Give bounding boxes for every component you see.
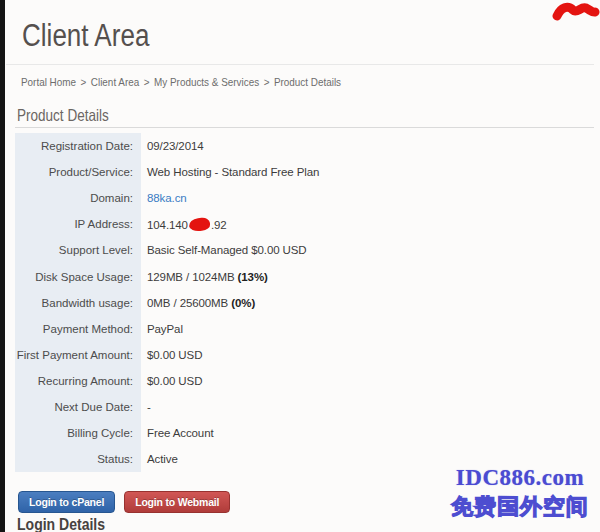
breadcrumb-item[interactable]: Client Area — [91, 76, 139, 88]
detail-value-bold: (0%) — [231, 297, 255, 309]
detail-row: Payment Method:PayPal — [15, 316, 585, 342]
detail-value: Active — [141, 453, 178, 465]
detail-label: Disk Space Usage: — [15, 263, 141, 289]
page-title: Client Area — [22, 18, 149, 54]
login-webmail-button[interactable]: Login to Webmail — [124, 491, 230, 513]
detail-value: 0MB / 25600MB (0%) — [141, 297, 255, 309]
detail-row: First Payment Amount:$0.00 USD — [15, 342, 585, 368]
action-buttons: Login to cPanel Login to Webmail — [18, 491, 230, 513]
detail-row: Next Due Date:- — [15, 394, 585, 420]
detail-value-bold: (13%) — [238, 271, 268, 283]
detail-label: Billing Cycle: — [15, 420, 141, 446]
ip-redaction-scribble — [188, 217, 210, 232]
detail-label: Registration Date: — [15, 133, 141, 159]
detail-value: Free Account — [141, 427, 214, 439]
detail-label: Payment Method: — [15, 316, 141, 342]
header-divider — [6, 64, 594, 65]
product-details-table: Registration Date:09/23/2014Product/Serv… — [15, 133, 585, 472]
detail-row: Support Level:Basic Self-Managed $0.00 U… — [15, 237, 585, 263]
detail-value: Web Hosting - Standard Free Plan — [141, 166, 319, 178]
section-title-login-details: Login Details — [17, 515, 105, 532]
breadcrumb-separator: > — [81, 76, 87, 88]
detail-row: Bandwidth usage:0MB / 25600MB (0%) — [15, 290, 585, 316]
breadcrumb: Portal Home>Client Area>My Products & Se… — [21, 76, 341, 88]
detail-label: Next Due Date: — [15, 394, 141, 420]
detail-label: Support Level: — [15, 237, 141, 263]
detail-row: Product/Service:Web Hosting - Standard F… — [15, 159, 585, 185]
breadcrumb-separator: > — [264, 76, 270, 88]
redaction-scribble-top-right — [552, 2, 600, 26]
domain-link[interactable]: 88ka.cn — [147, 192, 187, 204]
detail-row: Registration Date:09/23/2014 — [15, 133, 585, 159]
detail-value: Basic Self-Managed $0.00 USD — [141, 244, 307, 256]
detail-value: PayPal — [141, 323, 183, 335]
left-edge-bar — [0, 0, 5, 532]
breadcrumb-item[interactable]: My Products & Services — [154, 76, 259, 88]
login-cpanel-button[interactable]: Login to cPanel — [18, 491, 115, 513]
detail-row: IP Address:104.140.92 — [15, 211, 585, 237]
detail-value: $0.00 USD — [141, 375, 202, 387]
detail-row: Disk Space Usage:129MB / 1024MB (13%) — [15, 263, 585, 289]
detail-value: 09/23/2014 — [141, 140, 204, 152]
detail-label: Bandwidth usage: — [15, 290, 141, 316]
detail-value: 129MB / 1024MB (13%) — [141, 271, 268, 283]
section-divider — [15, 127, 594, 128]
watermark-caption: 免费国外空间 — [450, 492, 590, 522]
breadcrumb-item[interactable]: Portal Home — [21, 76, 76, 88]
detail-row: Domain:88ka.cn — [15, 185, 585, 211]
detail-label: IP Address: — [15, 211, 141, 237]
detail-value: $0.00 USD — [141, 349, 202, 361]
breadcrumb-item[interactable]: Product Details — [274, 76, 341, 88]
watermark: IDC886.com 免费国外空间 — [450, 465, 590, 522]
detail-label: Status: — [15, 446, 141, 472]
detail-value: - — [141, 401, 151, 413]
detail-label: Product/Service: — [15, 159, 141, 185]
detail-label: Recurring Amount: — [15, 368, 141, 394]
detail-row: Billing Cycle:Free Account — [15, 420, 585, 446]
detail-label: Domain: — [15, 185, 141, 211]
detail-row: Recurring Amount:$0.00 USD — [15, 368, 585, 394]
detail-value: 104.140.92 — [141, 218, 227, 231]
detail-value: 88ka.cn — [141, 192, 187, 204]
section-title-product-details: Product Details — [17, 106, 109, 125]
breadcrumb-separator: > — [144, 76, 150, 88]
detail-row: Status:Active — [15, 446, 585, 472]
client-area-page: Client Area Portal Home>Client Area>My P… — [0, 0, 600, 532]
detail-label: First Payment Amount: — [15, 342, 141, 368]
